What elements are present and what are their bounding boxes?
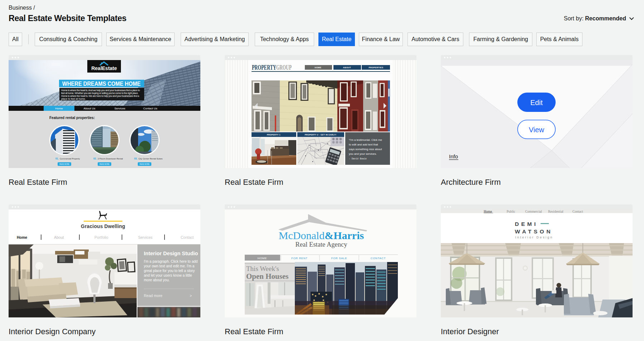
svg-text:Contact Us: Contact Us (143, 107, 157, 110)
svg-text:Interior Design Studio: Interior Design Studio (144, 251, 198, 256)
svg-text:City Center Rental Suites: City Center Rental Suites (138, 158, 162, 160)
svg-text:Edit: Edit (530, 99, 543, 107)
svg-text:This Week's: This Week's (246, 265, 279, 272)
svg-text:View: View (529, 126, 545, 134)
svg-text:Home: Home (55, 107, 63, 110)
svg-text:About Us: About Us (84, 107, 96, 110)
svg-text:02.: 02. (93, 157, 97, 160)
svg-text:Open Houses: Open Houses (246, 272, 288, 281)
svg-text:Real Estate Agency: Real Estate Agency (296, 241, 348, 248)
svg-text:“I'm a testimonial. Click me: “I'm a testimonial. Click me (349, 138, 382, 142)
svg-text:Home: Home (484, 210, 492, 213)
svg-text:Home: Home (17, 235, 27, 239)
svg-text:I'm a paragraph. Click here to: I'm a paragraph. Click here to add (144, 260, 197, 263)
svg-text:01.: 01. (55, 157, 59, 160)
svg-text:Services: Services (138, 235, 152, 239)
svg-text:Commercial Property: Commercial Property (60, 158, 80, 160)
svg-text:Interior Design: Interior Design (515, 236, 553, 239)
svg-text:Info: Info (449, 153, 458, 159)
svg-text:WHERE DREAMS COME HOME: WHERE DREAMS COME HOME (62, 80, 141, 87)
svg-text:Services: Services (114, 107, 126, 110)
svg-text:Featured rental properties:: Featured rental properties: (49, 116, 95, 120)
svg-text:READ MORE: READ MORE (59, 163, 69, 165)
svg-text:- David Bowie: - David Bowie (349, 158, 367, 160)
svg-text:RealEstate: RealEstate (91, 65, 117, 71)
svg-text:PROPERTY 1: PROPERTY 1 (267, 134, 280, 136)
svg-text:PROPERTIES: PROPERTIES (369, 66, 383, 69)
svg-text:HOME: HOME (258, 257, 267, 260)
svg-text:great place for you to tell a: great place for you to tell a story (144, 269, 195, 273)
svg-text:2 Floors Downtown Rental: 2 Floors Downtown Rental (98, 158, 123, 160)
svg-text:Contact: Contact (572, 210, 583, 213)
svg-text:Public: Public (507, 210, 515, 213)
svg-text:DEMI: DEMI (515, 221, 538, 227)
svg-text:Residential: Residential (548, 210, 564, 213)
svg-text:more about you.: more about you. (144, 278, 170, 282)
svg-text:PROPERTY 2 - GET IN EARLY!: PROPERTY 2 - GET IN EARLY! (305, 134, 336, 136)
svg-text:READ MORE: READ MORE (99, 163, 109, 165)
svg-text:READ MORE: READ MORE (140, 163, 150, 165)
svg-text:CONTACT: CONTACT (371, 257, 386, 260)
svg-text:Contact: Contact (181, 235, 194, 239)
svg-text:Gracious Dwelling: Gracious Dwelling (81, 224, 125, 229)
svg-text:Commercial: Commercial (525, 210, 542, 213)
svg-text:McDonald&Harris: McDonald&Harris (279, 229, 364, 241)
svg-text:03.: 03. (134, 157, 137, 160)
svg-text:>: > (190, 294, 192, 298)
svg-text:Read more: Read more (144, 293, 162, 298)
svg-text:says something nice about: says something nice about (349, 148, 382, 151)
svg-text:Portfolio: Portfolio (94, 235, 108, 239)
svg-text:HOME: HOME (315, 66, 322, 69)
svg-text:GROUP: GROUP (276, 64, 292, 71)
svg-text:and let your users know a litt: and let your users know a little (144, 273, 192, 277)
svg-text:WATSON: WATSON (515, 228, 553, 234)
svg-text:FOR RENT: FOR RENT (291, 257, 308, 260)
svg-text:to edit and add text that: to edit and add text that (349, 143, 378, 146)
svg-text:About: About (54, 235, 64, 239)
svg-text:place to feel at home.: place to feel at home. (61, 97, 86, 100)
svg-text:you and your services.: you and your services. (349, 152, 377, 155)
svg-text:PROPERTY: PROPERTY (252, 64, 276, 71)
svg-text:ABOUT: ABOUT (343, 66, 351, 69)
svg-text:FOR SALE: FOR SALE (331, 257, 347, 260)
svg-text:your own text and edit me. I'm: your own text and edit me. I'm a (144, 264, 195, 268)
